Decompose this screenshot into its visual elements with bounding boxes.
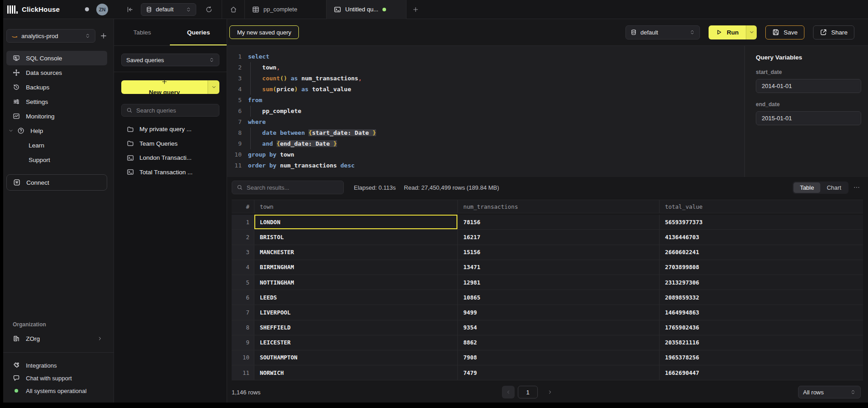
data-cell[interactable]: MANCHESTER [254, 245, 458, 260]
data-cell[interactable]: 13471 [458, 260, 660, 275]
data-cell[interactable]: LONDON [254, 215, 458, 230]
column-header-town[interactable]: town [254, 200, 458, 213]
data-cell[interactable]: 7908 [458, 350, 660, 365]
service-select[interactable]: analytics-prod [6, 29, 95, 43]
run-button[interactable]: Run [709, 25, 757, 39]
new-query-dropdown[interactable] [208, 80, 219, 94]
sidebar-item-system-status[interactable]: All systems operational [6, 384, 107, 397]
saved-query-pill[interactable]: My new saved query [229, 25, 299, 39]
data-cell[interactable]: 2703899808 [660, 260, 863, 275]
home-button[interactable] [222, 6, 244, 13]
data-cell[interactable]: 1662690447 [660, 365, 863, 380]
results-search[interactable] [232, 181, 344, 194]
data-cell[interactable]: BRISTOL [254, 230, 458, 245]
run-options-dropdown[interactable] [746, 25, 757, 39]
results-menu-button[interactable] [850, 184, 863, 191]
sidebar-item-settings[interactable]: Settings [6, 94, 107, 109]
column-header-num-transactions[interactable]: num_transactions [458, 200, 660, 213]
data-cell[interactable]: 2660602241 [660, 245, 863, 260]
column-header-total-value[interactable]: total_value [660, 200, 863, 213]
results-search-input[interactable] [247, 184, 339, 191]
data-cell[interactable]: 1464994863 [660, 305, 863, 320]
sidebar-item-monitoring[interactable]: Monitoring [6, 109, 107, 123]
view-tab-table[interactable]: Table [794, 182, 820, 193]
add-service-button[interactable] [100, 32, 107, 39]
data-cell[interactable]: 1965378256 [660, 350, 863, 365]
next-page-button[interactable] [545, 389, 556, 395]
table-row[interactable]: 9LEICESTER88622035821116 [232, 335, 863, 350]
tab-tables[interactable]: Tables [114, 19, 170, 45]
sql-editor[interactable]: 1select2 town,3 count() as num_transacti… [227, 46, 744, 177]
run-database-select[interactable]: default [625, 25, 700, 39]
list-item-team-queries[interactable]: Team Queries [121, 137, 219, 151]
table-row[interactable]: 10SOUTHAMPTON79081965378256 [232, 350, 863, 365]
view-tab-chart[interactable]: Chart [820, 182, 848, 193]
sidebar-item-chat-support[interactable]: Chat with support [6, 372, 107, 384]
connect-button[interactable]: Connect [6, 174, 107, 191]
organization-item[interactable]: ZOrg [6, 331, 107, 346]
sidebar-item-help[interactable]: Help [6, 123, 107, 138]
column-header-index[interactable]: # [232, 200, 254, 213]
data-cell[interactable]: BIRMINGHAM [254, 260, 458, 275]
sidebar-item-data-sources[interactable]: Data sources [6, 65, 107, 80]
data-cell[interactable]: 4136446703 [660, 230, 863, 245]
data-cell[interactable]: LEEDS [254, 290, 458, 305]
table-row[interactable]: 5NOTTINGHAM129812313297306 [232, 275, 863, 290]
prev-page-button[interactable] [502, 386, 515, 398]
refresh-button[interactable] [205, 6, 213, 13]
table-row[interactable]: 4BIRMINGHAM134712703899808 [232, 260, 863, 275]
data-cell[interactable]: 56593977373 [660, 215, 863, 230]
table-row[interactable]: 8SHEFFIELD93541765902436 [232, 320, 863, 335]
sidebar-item-sql-console[interactable]: SQL Console [6, 51, 107, 65]
new-query-button[interactable]: New query [121, 80, 219, 94]
saved-queries-select[interactable]: Saved queries [121, 54, 219, 66]
table-row[interactable]: 6LEEDS108652089859332 [232, 290, 863, 305]
data-cell[interactable]: LIVERPOOL [254, 305, 458, 320]
data-cell[interactable]: 2035821116 [660, 335, 863, 350]
data-cell[interactable]: 1765902436 [660, 320, 863, 335]
sidebar-item-backups[interactable]: Backups [6, 80, 107, 94]
table-row[interactable]: 2BRISTOL162174136446703 [232, 230, 863, 245]
collapse-sidebar-button[interactable] [126, 6, 134, 13]
data-cell[interactable]: 9354 [458, 320, 660, 335]
data-cell[interactable]: 10865 [458, 290, 660, 305]
save-button[interactable]: Save [765, 25, 804, 39]
topbar-database-select[interactable]: default [141, 3, 196, 16]
tab-queries[interactable]: Queries [170, 19, 227, 45]
data-cell[interactable]: 15156 [458, 245, 660, 260]
table-row[interactable]: 11NORWICH74791662690447 [232, 365, 863, 380]
table-row[interactable]: 7LIVERPOOL94991464994863 [232, 305, 863, 320]
data-cell[interactable]: 8862 [458, 335, 660, 350]
sidebar-item-learn[interactable]: Learn [6, 138, 107, 152]
list-item-london-transactions[interactable]: London Transacti... [121, 151, 219, 165]
list-item-private-query[interactable]: My private query ... [121, 122, 219, 137]
data-cell[interactable]: NORWICH [254, 365, 458, 380]
data-cell[interactable]: 2313297306 [660, 275, 863, 290]
avatar[interactable]: ZN [96, 4, 108, 15]
new-tab-button[interactable] [407, 6, 425, 13]
data-cell[interactable]: 2089859332 [660, 290, 863, 305]
end-date-input[interactable] [756, 111, 861, 125]
data-cell[interactable]: 7479 [458, 365, 660, 380]
data-cell[interactable]: 9499 [458, 305, 660, 320]
list-item-total-transaction[interactable]: Total Transaction ... [121, 165, 219, 180]
data-cell[interactable]: NOTTINGHAM [254, 275, 458, 290]
start-date-input[interactable] [756, 79, 861, 93]
data-cell[interactable]: 78156 [458, 215, 660, 230]
tab-untitled-query[interactable]: Untitled qu... [327, 0, 407, 19]
query-search[interactable] [121, 104, 219, 117]
table-row[interactable]: 3MANCHESTER151562660602241 [232, 245, 863, 260]
tab-pp-complete[interactable]: pp_complete [245, 0, 327, 19]
data-cell[interactable]: SHEFFIELD [254, 320, 458, 335]
query-search-input[interactable] [136, 107, 214, 114]
share-button[interactable]: Share [813, 25, 854, 39]
data-cell[interactable]: SOUTHAMPTON [254, 350, 458, 365]
sidebar-item-integrations[interactable]: Integrations [6, 359, 107, 372]
table-row[interactable]: 1LONDON7815656593977373 [232, 215, 863, 230]
data-cell[interactable]: LEICESTER [254, 335, 458, 350]
data-cell[interactable]: 16217 [458, 230, 660, 245]
page-number-input[interactable] [518, 386, 538, 398]
data-cell[interactable]: 12981 [458, 275, 660, 290]
sidebar-item-support[interactable]: Support [6, 152, 107, 167]
page-size-select[interactable]: All rows [798, 386, 861, 398]
